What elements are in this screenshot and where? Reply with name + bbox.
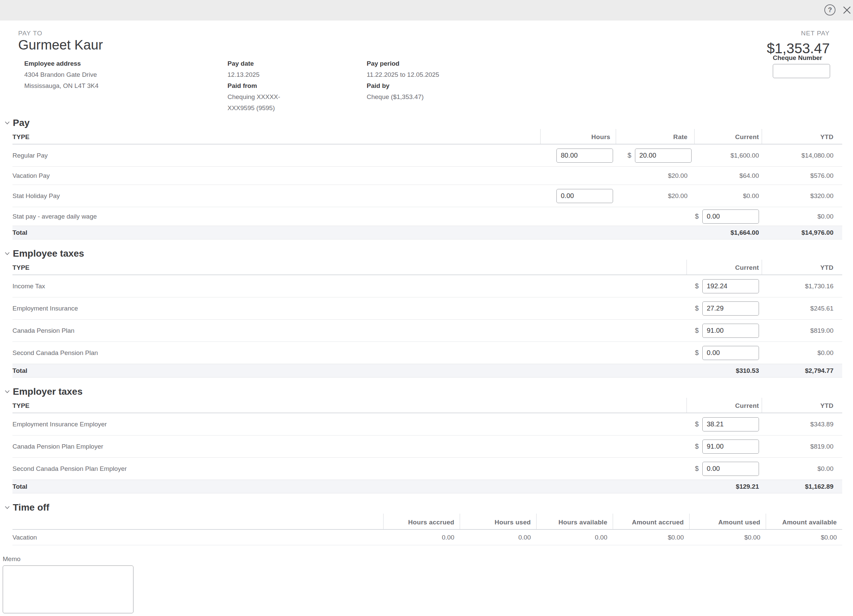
pay-type-label: Regular Pay xyxy=(12,152,540,159)
ytd-value: $576.00 xyxy=(762,172,842,180)
chevron-down-icon[interactable] xyxy=(5,252,10,255)
employee-address-line1: 4304 Brandon Gate Drive xyxy=(24,69,99,80)
tax-type-label: Canada Pension Plan Employer xyxy=(12,443,686,450)
time-off-header: Hours accrued Hours used Hours available… xyxy=(12,514,842,530)
ytd-value: $1,730.16 xyxy=(762,283,842,290)
pay-type-label: Stat pay - average daily wage xyxy=(12,213,540,220)
table-row: Second Canada Pension Plan Employer $ $0… xyxy=(12,458,842,480)
employee-taxes-title: Employee taxes xyxy=(13,248,84,259)
ytd-value: $819.00 xyxy=(762,443,842,450)
income-tax-current-input[interactable] xyxy=(702,279,759,294)
column-header-hours-accrued: Hours accrued xyxy=(383,514,460,529)
paid-from-line1: Chequing XXXXX- xyxy=(228,91,280,102)
close-icon[interactable] xyxy=(842,5,851,15)
hours-available-value: 0.00 xyxy=(536,534,613,541)
tax-type-label: Canada Pension Plan xyxy=(12,327,686,334)
memo-input[interactable] xyxy=(3,566,134,613)
employer-taxes-title: Employer taxes xyxy=(13,386,83,397)
tax-type-label: Income Tax xyxy=(12,283,686,290)
ei-employer-current-input[interactable] xyxy=(702,417,759,431)
column-header-hours: Hours xyxy=(540,129,616,144)
currency-prefix: $ xyxy=(695,465,699,472)
net-pay-label: NET PAY xyxy=(767,30,830,37)
chevron-down-icon[interactable] xyxy=(5,390,10,394)
chevron-down-icon[interactable] xyxy=(5,121,10,125)
second-cpp-current-input[interactable] xyxy=(702,346,759,360)
employee-address-block: Employee address 4304 Brandon Gate Drive… xyxy=(24,58,99,91)
column-header-hours-available: Hours available xyxy=(536,514,613,529)
ytd-value: $343.89 xyxy=(762,421,842,428)
total-current: $1,664.00 xyxy=(694,229,762,236)
table-row: Income Tax $ $1,730.16 xyxy=(12,275,842,297)
cheque-number-input[interactable] xyxy=(773,64,830,78)
current-value: $1,600.00 xyxy=(694,152,762,159)
column-header-hours-used: Hours used xyxy=(460,514,536,529)
employee-address-line2: Mississauga, ON L4T 3K4 xyxy=(24,80,99,91)
paid-from-label: Paid from xyxy=(228,80,280,91)
stat-pay-current-input[interactable] xyxy=(702,209,759,224)
regular-pay-hours-input[interactable] xyxy=(556,148,613,163)
cpp-current-input[interactable] xyxy=(702,324,759,338)
total-label: Total xyxy=(12,483,686,490)
employer-taxes-section-header[interactable]: Employer taxes xyxy=(5,386,842,398)
paycheque-header: PAY TO Gurmeet Kaur NET PAY $1,353.47 Ch… xyxy=(0,21,853,112)
column-header-current: Current xyxy=(686,398,762,413)
column-header-current: Current xyxy=(686,260,762,274)
current-value: $0.00 xyxy=(694,192,762,200)
time-off-type-label: Vacation xyxy=(12,534,383,541)
rate-value: $20.00 xyxy=(616,192,694,200)
payee-name: Gurmeet Kaur xyxy=(18,37,103,53)
employee-taxes-header: TYPE Current YTD xyxy=(12,260,842,275)
regular-pay-rate-input[interactable] xyxy=(635,148,692,163)
employee-taxes-section-header[interactable]: Employee taxes xyxy=(5,248,842,260)
tax-type-label: Second Canada Pension Plan Employer xyxy=(12,465,686,472)
ytd-value: $819.00 xyxy=(762,327,842,334)
employer-taxes-table: TYPE Current YTD Employment Insurance Em… xyxy=(12,398,842,493)
ytd-value: $14,080.00 xyxy=(762,152,842,159)
table-row: Vacation 0.00 0.00 0.00 $0.00 $0.00 $0.0… xyxy=(12,530,842,545)
ytd-value: $0.00 xyxy=(762,349,842,357)
pay-period-block: Pay period 11.22.2025 to 12.05.2025 Paid… xyxy=(367,58,439,102)
cpp-employer-current-input[interactable] xyxy=(702,439,759,454)
time-off-title: Time off xyxy=(13,502,49,513)
current-value: $64.00 xyxy=(694,172,762,180)
table-row: Canada Pension Plan Employer $ $819.00 xyxy=(12,436,842,458)
chevron-down-icon[interactable] xyxy=(5,506,10,509)
employer-taxes-total-row: Total $129.21 $1,162.89 xyxy=(12,480,842,493)
time-off-section-header[interactable]: Time off xyxy=(5,501,842,514)
column-header-type: TYPE xyxy=(12,398,686,413)
employee-address-label: Employee address xyxy=(24,58,99,69)
column-header-ytd: YTD xyxy=(762,398,842,413)
total-ytd: $1,162.89 xyxy=(762,483,842,490)
tax-type-label: Second Canada Pension Plan xyxy=(12,349,686,357)
employer-taxes-header: TYPE Current YTD xyxy=(12,398,842,413)
second-cpp-employer-current-input[interactable] xyxy=(702,462,759,476)
pay-table-header: TYPE Hours Rate Current YTD xyxy=(12,129,842,144)
column-header-type: TYPE xyxy=(12,260,686,274)
net-pay-block: NET PAY $1,353.47 xyxy=(767,30,830,57)
hours-used-value: 0.00 xyxy=(460,534,536,541)
currency-prefix: $ xyxy=(695,420,699,428)
pay-section-header[interactable]: Pay xyxy=(5,117,842,129)
table-row: Stat pay - average daily wage $ $0.00 xyxy=(12,207,842,226)
employment-insurance-current-input[interactable] xyxy=(702,301,759,316)
table-row: Second Canada Pension Plan $ $0.00 xyxy=(12,342,842,364)
memo-block: Memo xyxy=(3,555,842,613)
pay-date-block: Pay date 12.13.2025 Paid from Chequing X… xyxy=(228,58,280,114)
table-row: Regular Pay $ $1,600.00 $14,080.00 xyxy=(12,144,842,167)
cheque-number-label: Cheque Number xyxy=(773,54,830,62)
ytd-value: $320.00 xyxy=(762,192,842,200)
rate-value: $20.00 xyxy=(616,172,694,180)
stat-holiday-hours-input[interactable] xyxy=(556,189,613,203)
currency-prefix: $ xyxy=(695,349,699,357)
amount-accrued-value: $0.00 xyxy=(613,534,689,541)
column-header-ytd: YTD xyxy=(762,260,842,274)
table-row: Employment Insurance Employer $ $343.89 xyxy=(12,413,842,436)
table-row: Vacation Pay $20.00 $64.00 $576.00 xyxy=(12,167,842,185)
table-row: Employment Insurance $ $245.61 xyxy=(12,297,842,319)
column-header-amount-available: Amount available xyxy=(766,514,842,529)
pay-date-value: 12.13.2025 xyxy=(228,69,280,80)
help-icon[interactable]: ? xyxy=(824,5,835,15)
currency-prefix: $ xyxy=(695,304,699,312)
amount-used-value: $0.00 xyxy=(689,534,766,541)
